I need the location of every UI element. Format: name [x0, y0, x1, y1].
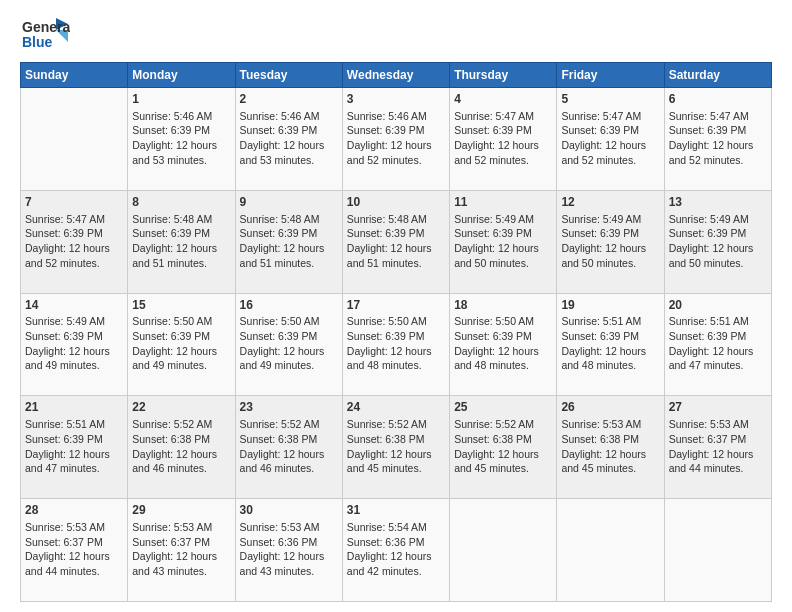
- day-info: Sunrise: 5:54 AM: [347, 520, 445, 535]
- col-header-wednesday: Wednesday: [342, 63, 449, 88]
- col-header-friday: Friday: [557, 63, 664, 88]
- day-info: Daylight: 12 hours: [454, 241, 552, 256]
- day-info: Sunrise: 5:49 AM: [669, 212, 767, 227]
- day-number: 24: [347, 399, 445, 416]
- col-header-saturday: Saturday: [664, 63, 771, 88]
- calendar-cell: 22Sunrise: 5:52 AMSunset: 6:38 PMDayligh…: [128, 396, 235, 499]
- day-info: Daylight: 12 hours: [132, 138, 230, 153]
- day-info: and 44 minutes.: [25, 564, 123, 579]
- day-info: Daylight: 12 hours: [347, 138, 445, 153]
- day-info: Sunset: 6:39 PM: [240, 226, 338, 241]
- day-info: and 52 minutes.: [561, 153, 659, 168]
- day-info: Daylight: 12 hours: [132, 344, 230, 359]
- day-info: Sunrise: 5:47 AM: [669, 109, 767, 124]
- calendar-cell: [450, 499, 557, 602]
- day-info: Daylight: 12 hours: [347, 344, 445, 359]
- calendar-cell: 3Sunrise: 5:46 AMSunset: 6:39 PMDaylight…: [342, 88, 449, 191]
- day-number: 16: [240, 297, 338, 314]
- day-info: Daylight: 12 hours: [132, 241, 230, 256]
- day-info: and 45 minutes.: [454, 461, 552, 476]
- day-info: Sunset: 6:39 PM: [669, 329, 767, 344]
- day-info: Sunset: 6:38 PM: [240, 432, 338, 447]
- calendar-cell: 26Sunrise: 5:53 AMSunset: 6:38 PMDayligh…: [557, 396, 664, 499]
- day-info: and 51 minutes.: [347, 256, 445, 271]
- day-info: Sunset: 6:39 PM: [454, 226, 552, 241]
- day-info: Sunset: 6:39 PM: [347, 123, 445, 138]
- day-number: 15: [132, 297, 230, 314]
- day-info: Sunrise: 5:51 AM: [669, 314, 767, 329]
- day-info: Sunrise: 5:50 AM: [132, 314, 230, 329]
- day-number: 12: [561, 194, 659, 211]
- day-info: Daylight: 12 hours: [561, 447, 659, 462]
- day-info: Sunset: 6:39 PM: [132, 226, 230, 241]
- day-info: and 45 minutes.: [561, 461, 659, 476]
- day-info: Sunrise: 5:46 AM: [132, 109, 230, 124]
- day-number: 7: [25, 194, 123, 211]
- day-info: Daylight: 12 hours: [25, 241, 123, 256]
- day-info: Daylight: 12 hours: [25, 549, 123, 564]
- day-info: Sunset: 6:36 PM: [240, 535, 338, 550]
- day-info: Daylight: 12 hours: [561, 138, 659, 153]
- day-info: Sunset: 6:39 PM: [240, 123, 338, 138]
- day-number: 30: [240, 502, 338, 519]
- week-row-1: 7Sunrise: 5:47 AMSunset: 6:39 PMDaylight…: [21, 190, 772, 293]
- day-number: 14: [25, 297, 123, 314]
- logo: GeneralBlue: [20, 16, 70, 54]
- calendar-cell: 23Sunrise: 5:52 AMSunset: 6:38 PMDayligh…: [235, 396, 342, 499]
- calendar-cell: 4Sunrise: 5:47 AMSunset: 6:39 PMDaylight…: [450, 88, 557, 191]
- day-info: Sunset: 6:39 PM: [25, 329, 123, 344]
- day-number: 17: [347, 297, 445, 314]
- day-info: Sunset: 6:39 PM: [454, 123, 552, 138]
- week-row-4: 28Sunrise: 5:53 AMSunset: 6:37 PMDayligh…: [21, 499, 772, 602]
- day-info: and 47 minutes.: [25, 461, 123, 476]
- day-info: Sunset: 6:39 PM: [561, 329, 659, 344]
- day-info: and 51 minutes.: [240, 256, 338, 271]
- day-number: 6: [669, 91, 767, 108]
- calendar-cell: 21Sunrise: 5:51 AMSunset: 6:39 PMDayligh…: [21, 396, 128, 499]
- day-info: Daylight: 12 hours: [240, 344, 338, 359]
- day-info: and 51 minutes.: [132, 256, 230, 271]
- day-info: Sunrise: 5:50 AM: [240, 314, 338, 329]
- day-info: Sunrise: 5:48 AM: [132, 212, 230, 227]
- day-info: Sunset: 6:38 PM: [561, 432, 659, 447]
- day-info: and 52 minutes.: [454, 153, 552, 168]
- svg-text:Blue: Blue: [22, 34, 53, 50]
- day-info: Sunset: 6:39 PM: [25, 432, 123, 447]
- day-info: Sunrise: 5:51 AM: [561, 314, 659, 329]
- day-info: and 43 minutes.: [240, 564, 338, 579]
- calendar-cell: 15Sunrise: 5:50 AMSunset: 6:39 PMDayligh…: [128, 293, 235, 396]
- day-info: and 53 minutes.: [240, 153, 338, 168]
- day-info: Sunset: 6:39 PM: [132, 329, 230, 344]
- day-info: Sunrise: 5:48 AM: [240, 212, 338, 227]
- day-info: Daylight: 12 hours: [25, 447, 123, 462]
- day-number: 26: [561, 399, 659, 416]
- day-info: and 48 minutes.: [454, 358, 552, 373]
- day-number: 13: [669, 194, 767, 211]
- day-info: Sunrise: 5:52 AM: [132, 417, 230, 432]
- day-info: Sunset: 6:39 PM: [561, 226, 659, 241]
- calendar-cell: 18Sunrise: 5:50 AMSunset: 6:39 PMDayligh…: [450, 293, 557, 396]
- day-info: Sunrise: 5:49 AM: [25, 314, 123, 329]
- day-number: 19: [561, 297, 659, 314]
- calendar-cell: 30Sunrise: 5:53 AMSunset: 6:36 PMDayligh…: [235, 499, 342, 602]
- day-info: and 46 minutes.: [132, 461, 230, 476]
- day-info: Sunrise: 5:53 AM: [132, 520, 230, 535]
- day-number: 8: [132, 194, 230, 211]
- day-info: Sunset: 6:38 PM: [132, 432, 230, 447]
- day-info: Daylight: 12 hours: [347, 241, 445, 256]
- day-info: and 50 minutes.: [669, 256, 767, 271]
- calendar-table: SundayMondayTuesdayWednesdayThursdayFrid…: [20, 62, 772, 602]
- day-info: and 52 minutes.: [25, 256, 123, 271]
- calendar-cell: 20Sunrise: 5:51 AMSunset: 6:39 PMDayligh…: [664, 293, 771, 396]
- calendar-cell: [557, 499, 664, 602]
- day-info: Daylight: 12 hours: [454, 138, 552, 153]
- day-info: Sunrise: 5:50 AM: [347, 314, 445, 329]
- day-info: Daylight: 12 hours: [240, 447, 338, 462]
- calendar-cell: 8Sunrise: 5:48 AMSunset: 6:39 PMDaylight…: [128, 190, 235, 293]
- day-info: Sunrise: 5:53 AM: [240, 520, 338, 535]
- calendar-cell: 1Sunrise: 5:46 AMSunset: 6:39 PMDaylight…: [128, 88, 235, 191]
- day-number: 20: [669, 297, 767, 314]
- calendar-cell: 29Sunrise: 5:53 AMSunset: 6:37 PMDayligh…: [128, 499, 235, 602]
- day-info: Daylight: 12 hours: [132, 447, 230, 462]
- day-info: Sunrise: 5:53 AM: [561, 417, 659, 432]
